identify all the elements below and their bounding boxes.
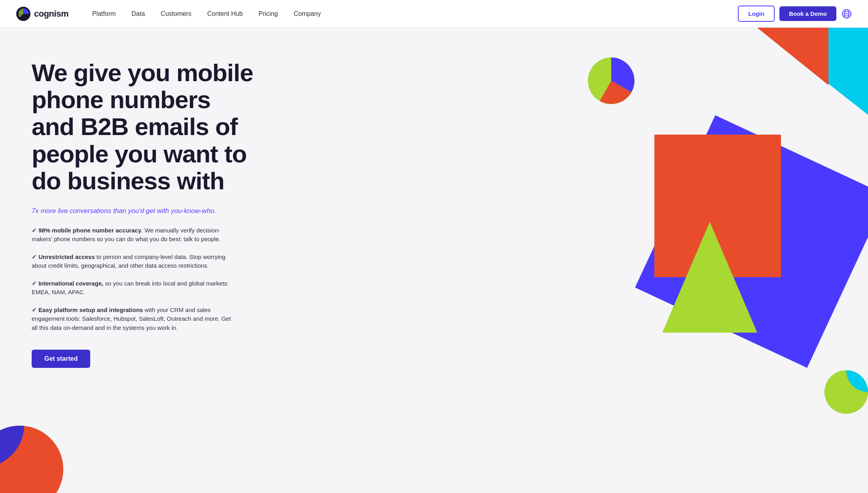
- page-wrapper: We give you mobile phone numbers and B2B…: [0, 28, 868, 493]
- feature-item-2: Unrestricted access to person and compan…: [32, 253, 237, 270]
- feature-list: 98% mobile phone number accuracy. We man…: [32, 226, 478, 333]
- hero-subtitle: 7x more live conversations than you'd ge…: [32, 207, 478, 215]
- login-button[interactable]: Login: [738, 6, 775, 22]
- hero-subtitle-italic: you-know-who.: [171, 207, 216, 215]
- globe-icon[interactable]: [841, 8, 852, 19]
- feature-bold-3: International coverage,: [38, 280, 103, 287]
- feature-item-1: 98% mobile phone number accuracy. We man…: [32, 226, 237, 244]
- navbar: cognism Platform Data Customers Content …: [0, 0, 868, 28]
- cta-button[interactable]: Get started: [32, 350, 90, 368]
- feature-bold-1: 98% mobile phone number accuracy: [38, 227, 141, 234]
- nav-actions: Login Book a Demo: [738, 6, 852, 22]
- feature-item-4: Easy platform setup and integrations wit…: [32, 306, 237, 333]
- feature-item-3: International coverage, so you can break…: [32, 279, 237, 297]
- content-layer: We give you mobile phone numbers and B2B…: [0, 28, 868, 493]
- hero-subtitle-text: 7x more live conversations than you'd ge…: [32, 207, 171, 215]
- book-demo-button[interactable]: Book a Demo: [779, 6, 836, 21]
- nav-data[interactable]: Data: [132, 10, 145, 17]
- nav-pricing[interactable]: Pricing: [259, 10, 278, 17]
- hero-title: We give you mobile phone numbers and B2B…: [32, 59, 253, 194]
- hero-content: We give you mobile phone numbers and B2B…: [0, 28, 478, 493]
- nav-links: Platform Data Customers Content Hub Pric…: [92, 10, 738, 17]
- feature-bold-4: Easy platform setup and integrations: [38, 306, 143, 313]
- nav-company[interactable]: Company: [294, 10, 320, 17]
- logo-text: cognism: [34, 9, 68, 19]
- nav-customers[interactable]: Customers: [161, 10, 191, 17]
- logo[interactable]: cognism: [16, 6, 68, 21]
- feature-bold-2: Unrestricted access: [38, 253, 95, 260]
- nav-content-hub[interactable]: Content Hub: [207, 10, 243, 17]
- nav-platform[interactable]: Platform: [92, 10, 116, 17]
- cognism-logo-icon: [16, 6, 31, 21]
